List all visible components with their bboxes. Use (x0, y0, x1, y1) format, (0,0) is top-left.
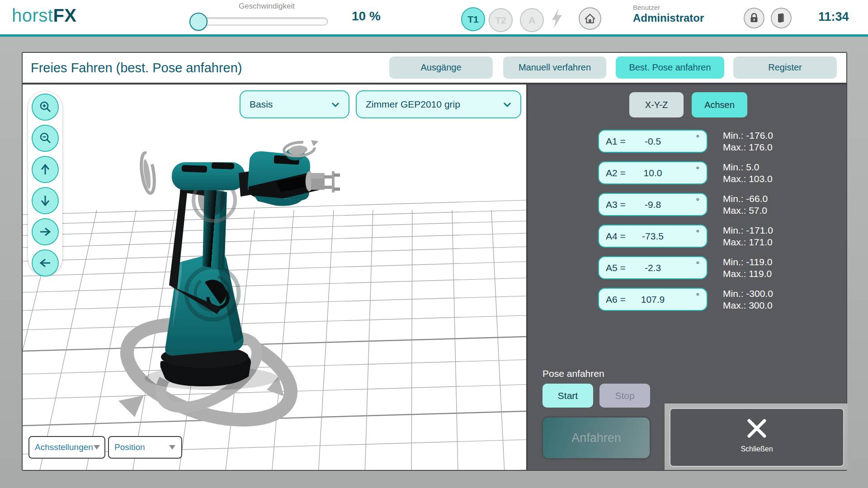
axis-unit: ° (696, 291, 699, 301)
axis-label: A5 = (606, 263, 626, 273)
pan-left-button[interactable] (32, 249, 59, 277)
axis-a3-field[interactable]: -9.8 A3 = ° (598, 193, 708, 216)
speed-slider-track[interactable] (201, 18, 328, 25)
logo-bold: FX (53, 5, 76, 25)
axis-label: A4 = (606, 231, 626, 242)
top-bar: horstFX Geschwindigkeit 10 % T1 T2 A Ben… (0, 0, 868, 34)
axis-min: Min.: -171.0 (723, 225, 773, 236)
achsstellungen-select[interactable]: Achsstellungen (28, 436, 105, 459)
axis-max: Max.: 57.0 (723, 205, 768, 216)
axis-min: Min.: -176.0 (723, 130, 773, 141)
axis-min: Min.: -66.0 (723, 193, 768, 205)
manual-button[interactable] (771, 8, 792, 28)
axis-unit: ° (696, 133, 699, 143)
axis-max: Max.: 103.0 (723, 173, 773, 185)
pan-right-button[interactable] (32, 218, 59, 245)
view-toolbar (28, 91, 62, 275)
chevron-down-icon (331, 99, 340, 110)
arrow-left-icon (38, 256, 52, 270)
axis-a6-field[interactable]: 107.9 A6 = ° (598, 288, 708, 311)
tool-select[interactable]: Zimmer GEP2010 grip (356, 90, 521, 118)
mode-a-button[interactable]: A (520, 8, 544, 32)
close-icon (670, 416, 843, 442)
start-button[interactable]: Start (542, 384, 593, 408)
app-logo: horstFX (12, 5, 77, 26)
user-name[interactable]: Administrator (633, 12, 704, 24)
robot-3d-viewport[interactable]: Basis Zimmer GEP2010 grip Achsstellungen… (23, 84, 526, 470)
axis-limits: Min.: -176.0 Max.: 176.0 (723, 130, 773, 153)
gripper-tool (306, 171, 340, 192)
close-button-label: Schließen (670, 445, 843, 453)
triangle-down-icon (93, 442, 100, 452)
tab-manuell-verfahren[interactable]: Manuell verfahren (503, 56, 606, 79)
axis-row-a1: -0.5 A1 = ° Min.: -176.0 Max.: 176.0 (528, 130, 848, 157)
axis-min: Min.: -300.0 (723, 288, 773, 300)
axis-a1-field[interactable]: -0.5 A1 = ° (598, 130, 708, 153)
stop-button[interactable]: Stop (599, 384, 650, 408)
mode-t1-button[interactable]: T1 (461, 7, 485, 31)
triangle-down-icon (169, 442, 176, 452)
frame-select[interactable]: Basis (240, 90, 349, 118)
zoom-in-button[interactable] (32, 94, 59, 121)
power-lightning-icon (549, 8, 565, 30)
axis-row-a3: -9.8 A3 = ° Min.: -66.0 Max.: 57.0 (528, 193, 848, 220)
left-rotation-ring[interactable] (139, 152, 156, 194)
zoom-in-icon (38, 100, 52, 114)
tool-select-value: Zimmer GEP2010 grip (366, 99, 460, 110)
axis-label: A2 = (606, 168, 626, 178)
axes-panel: X-Y-Z Achsen -0.5 A1 = ° Min.: -176.0 Ma… (526, 84, 846, 470)
user-label: Benutzer (633, 4, 660, 11)
tab-register[interactable]: Register (733, 56, 837, 79)
speed-slider-handle[interactable] (189, 13, 208, 31)
view-xyz-button[interactable]: X-Y-Z (629, 92, 684, 117)
view-achsen-button[interactable]: Achsen (692, 92, 747, 117)
home-icon (584, 13, 596, 24)
axis-limits: Min.: -171.0 Max.: 171.0 (723, 225, 773, 248)
position-select-value: Position (114, 442, 145, 452)
arrow-down-icon (38, 194, 52, 207)
tab-best-pose-anfahren[interactable]: Best. Pose anfahren (616, 56, 724, 79)
axis-min: Min.: 5.0 (723, 161, 773, 173)
arrow-right-icon (38, 225, 52, 239)
page-title: Freies Fahren (best. Pose anfahren) (31, 53, 242, 83)
axis-unit: ° (696, 165, 699, 175)
anfahren-button[interactable]: Anfahren (543, 418, 650, 458)
axis-limits: Min.: -119.0 Max.: 119.0 (723, 256, 772, 280)
axis-limits: Min.: -66.0 Max.: 57.0 (723, 193, 768, 216)
axis-max: Max.: 300.0 (723, 300, 773, 311)
axis-a5-field[interactable]: -2.3 A5 = ° (598, 256, 708, 279)
robot-arm (160, 139, 340, 386)
zoom-out-button[interactable] (32, 125, 59, 152)
wrist-rotation-ring[interactable] (283, 139, 320, 157)
floor-grid (23, 200, 526, 470)
lock-icon (749, 13, 759, 23)
header-divider (0, 34, 868, 37)
close-button[interactable]: Schließen (670, 408, 844, 467)
axis-min: Min.: -119.0 (723, 256, 772, 268)
book-icon (776, 13, 786, 23)
logo-thin: horst (12, 5, 53, 25)
axis-a2-field[interactable]: 10.0 A2 = ° (598, 161, 708, 184)
axis-unit: ° (696, 228, 699, 238)
robot-3d-scene (23, 84, 526, 470)
home-button[interactable] (579, 7, 601, 30)
frame-select-value: Basis (250, 99, 273, 110)
pan-down-button[interactable] (32, 187, 59, 214)
axis-unit: ° (696, 197, 699, 206)
axis-row-a2: 10.0 A2 = ° Min.: 5.0 Max.: 103.0 (528, 161, 848, 188)
position-select[interactable]: Position (108, 436, 182, 459)
axis-label: A3 = (606, 199, 626, 210)
mode-t2-button[interactable]: T2 (489, 8, 513, 32)
tab-ausgaenge[interactable]: Ausgänge (389, 56, 493, 79)
zoom-out-icon (38, 131, 52, 145)
lock-button[interactable] (744, 8, 764, 28)
pan-up-button[interactable] (32, 156, 59, 183)
axis-a4-field[interactable]: -73.5 A4 = ° (598, 225, 708, 248)
axis-max: Max.: 119.0 (723, 268, 772, 280)
close-button-area: Schließen (665, 404, 848, 470)
axis-limits: Min.: 5.0 Max.: 103.0 (723, 161, 773, 185)
axis-row-a6: 107.9 A6 = ° Min.: -300.0 Max.: 300.0 (528, 288, 848, 315)
chevron-down-icon (503, 99, 511, 110)
axis-limits: Min.: -300.0 Max.: 300.0 (723, 288, 773, 311)
panel-header: Freies Fahren (best. Pose anfahren) Ausg… (23, 53, 846, 84)
